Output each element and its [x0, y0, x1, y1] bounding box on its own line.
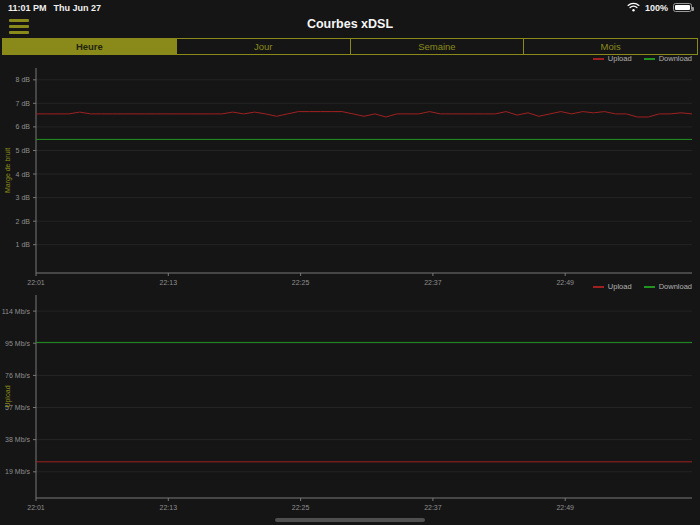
home-indicator[interactable] [275, 518, 425, 523]
noise-margin-plot: 1 dB2 dB3 dB4 dB5 dB6 dB7 dB8 dB22:0122:… [0, 52, 700, 290]
battery-percent: 100% [645, 3, 668, 13]
x-tick-label: 22:01 [27, 504, 45, 511]
y-tick-label: 4 dB [16, 171, 31, 178]
status-time: 11:01 PM [8, 3, 47, 13]
gridlines [36, 80, 692, 245]
upload-line [36, 112, 692, 117]
status-date: Thu Jun 27 [54, 3, 102, 13]
x-tick-label: 22:49 [556, 504, 574, 511]
y-tick-label: 6 dB [16, 123, 31, 130]
x-tick-label: 22:25 [292, 504, 310, 511]
gridlines [36, 311, 692, 472]
x-tick-label: 22:13 [160, 504, 178, 511]
throughput-plot: 19 Mb/s38 Mb/s57 Mb/s76 Mb/s95 Mb/s114 M… [0, 278, 700, 518]
y-tick-label: 2 dB [16, 218, 31, 225]
noise-margin-chart: Upload Download 1 dB2 dB3 dB4 dB5 dB6 dB… [0, 52, 700, 290]
status-bar: 11:01 PM Thu Jun 27 100% [0, 0, 700, 15]
y-tick-label: 8 dB [16, 76, 31, 83]
page-title: Courbes xDSL [0, 17, 700, 31]
app-screen: 11:01 PM Thu Jun 27 100% Courbes xDSL He [0, 0, 700, 525]
y-tick-label: 38 Mb/s [5, 436, 30, 443]
y-tick-label: 7 dB [16, 100, 31, 107]
y-tick-label: 95 Mb/s [5, 340, 30, 347]
y-axis-title: Marge de bruit [4, 148, 12, 193]
y-axis-title: Upload [4, 385, 12, 407]
y-tick-label: 5 dB [16, 147, 31, 154]
wifi-icon [627, 2, 640, 14]
y-tick-label: 3 dB [16, 194, 31, 201]
nav-bar: Courbes xDSL [0, 15, 700, 38]
throughput-chart: Upload Download 19 Mb/s38 Mb/s57 Mb/s76 … [0, 278, 700, 518]
y-tick-label: 76 Mb/s [5, 372, 30, 379]
x-tick-label: 22:37 [424, 504, 442, 511]
battery-icon [673, 3, 692, 12]
y-tick-label: 19 Mb/s [5, 468, 30, 475]
y-tick-label: 1 dB [16, 241, 31, 248]
y-tick-label: 114 Mb/s [2, 308, 31, 315]
